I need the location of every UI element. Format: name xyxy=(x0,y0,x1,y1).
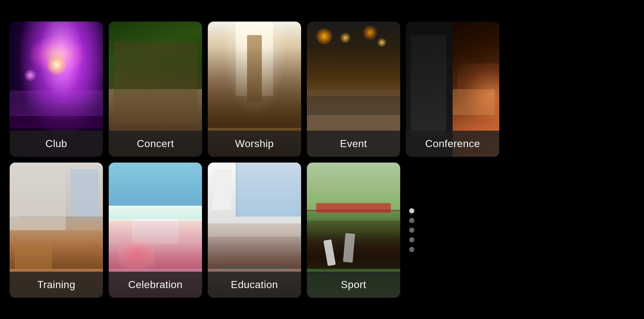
card-celebration-label: Celebration xyxy=(128,279,182,290)
card-education-label: Education xyxy=(231,279,278,290)
card-sport-label-bar: Sport xyxy=(307,272,400,298)
card-event-label-bar: Event xyxy=(307,131,400,157)
card-club-label: Club xyxy=(45,138,67,149)
category-row-1: Club Concert Worship xyxy=(10,22,634,157)
card-conference-label: Conference xyxy=(425,138,480,149)
card-training[interactable]: Training xyxy=(10,163,103,298)
card-club-label-bar: Club xyxy=(10,131,103,157)
main-container: Club Concert Worship xyxy=(0,0,644,319)
card-training-label-bar: Training xyxy=(10,272,103,298)
dot-2[interactable] xyxy=(409,218,414,223)
card-conference[interactable]: Conference xyxy=(406,22,499,157)
dot-5[interactable] xyxy=(409,247,414,252)
card-sport[interactable]: Sport xyxy=(307,163,400,298)
card-club[interactable]: Club xyxy=(10,22,103,157)
card-concert[interactable]: Concert xyxy=(109,22,202,157)
card-education-label-bar: Education xyxy=(208,272,301,298)
dot-4[interactable] xyxy=(409,237,414,242)
card-sport-label: Sport xyxy=(341,279,366,290)
card-conference-label-bar: Conference xyxy=(406,131,499,157)
card-worship-label-bar: Worship xyxy=(208,131,301,157)
card-concert-label: Concert xyxy=(137,138,174,149)
card-concert-label-bar: Concert xyxy=(109,131,202,157)
category-row-2: Training Celebration xyxy=(10,163,634,298)
card-worship[interactable]: Worship xyxy=(208,22,301,157)
card-event-label: Event xyxy=(340,138,367,149)
dot-3[interactable] xyxy=(409,228,414,233)
card-worship-label: Worship xyxy=(235,138,274,149)
card-celebration-label-bar: Celebration xyxy=(109,272,202,298)
dots-indicator xyxy=(409,163,414,298)
dot-1[interactable] xyxy=(409,208,414,213)
card-training-label: Training xyxy=(37,279,75,290)
card-education[interactable]: Education xyxy=(208,163,301,298)
card-event[interactable]: Event xyxy=(307,22,400,157)
card-celebration[interactable]: Celebration xyxy=(109,163,202,298)
